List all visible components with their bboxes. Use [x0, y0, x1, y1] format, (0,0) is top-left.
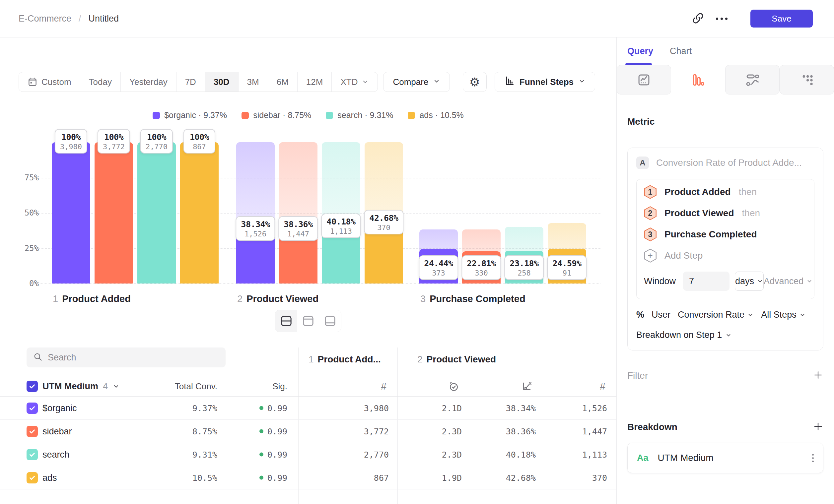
y-axis-label: 25%: [0, 244, 39, 253]
chart-type-button[interactable]: Funnel Steps: [495, 72, 595, 92]
add-filter-button[interactable]: [813, 370, 824, 381]
bar-value-label: 24.59%91: [547, 255, 587, 280]
bar-value-label: 22.81%330: [461, 255, 501, 280]
y-axis-label: 50%: [0, 208, 39, 217]
table-step2-column-header[interactable]: 2 Product Viewed: [417, 349, 496, 369]
layout-bottom-panel-icon[interactable]: [319, 310, 341, 332]
sig-value: 0.99: [267, 473, 287, 482]
funnel-bar[interactable]: [137, 142, 176, 283]
chevron-down-icon: [799, 312, 806, 318]
add-step-label: Add Step: [664, 250, 703, 261]
report-type-funnels-active[interactable]: [671, 65, 725, 94]
report-type-insights[interactable]: [617, 65, 671, 94]
ellipsis-icon: [716, 18, 727, 20]
funnel-bar[interactable]: [180, 142, 219, 283]
table-row[interactable]: ads10.5%0.998671.9D42.68%370: [0, 466, 616, 489]
step-number-hexagon: 2: [644, 206, 657, 220]
time-to-convert-column-icon[interactable]: [393, 381, 459, 392]
chevron-down-icon: [757, 278, 763, 284]
funnel-step-label: 3Purchase Completed: [420, 294, 525, 304]
select-all-checkbox[interactable]: [26, 381, 38, 392]
conversion-window-row: Window days Advanced: [644, 270, 807, 293]
breakdown-on-step-dropdown[interactable]: Breakdown on Step 1: [636, 330, 814, 340]
layout-top-panel-icon[interactable]: [297, 310, 319, 332]
funnel-bar[interactable]: [94, 142, 133, 283]
step-number-hexagon: 3: [644, 227, 657, 242]
row-checkbox[interactable]: [26, 449, 38, 460]
funnel-bar[interactable]: [52, 142, 90, 283]
legend-item[interactable]: ads · 10.5%: [408, 110, 463, 120]
report-title[interactable]: Untitled: [89, 14, 119, 24]
range-3m[interactable]: 3M: [239, 72, 268, 92]
range-12m[interactable]: 12M: [298, 72, 332, 92]
range-yesterday[interactable]: Yesterday: [121, 72, 176, 92]
advanced-label: Advanced: [764, 276, 804, 287]
window-value-input[interactable]: [683, 272, 729, 291]
bar-conversion-pct: 24.44%: [424, 259, 453, 268]
bar-count: 3,980: [60, 143, 82, 151]
report-type-flows[interactable]: [725, 65, 780, 94]
bar-conversion-pct: 38.36%: [284, 220, 312, 229]
legend-swatch: [242, 112, 249, 119]
legend-item[interactable]: $organic · 9.37%: [153, 110, 227, 120]
range-6m[interactable]: 6M: [268, 72, 298, 92]
tab-query[interactable]: Query: [627, 46, 653, 56]
table-step1-column-header[interactable]: 1 Product Add...: [309, 349, 381, 369]
plus-icon: [813, 421, 824, 432]
table-row[interactable]: search9.31%0.992,7702.3D40.18%1,113: [0, 443, 616, 466]
row-checkbox[interactable]: [26, 403, 38, 414]
total-conv-column-header[interactable]: Total Conv.: [151, 381, 217, 392]
query-step-row[interactable]: 3Purchase Completed: [644, 224, 807, 245]
row-checkbox[interactable]: [26, 472, 38, 483]
tab-chart[interactable]: Chart: [670, 46, 692, 56]
breakdown-property-card[interactable]: Aa UTM Medium: [627, 443, 824, 473]
count-column-icon[interactable]: #: [320, 381, 387, 392]
row-step1-count: 867: [323, 473, 389, 482]
chevron-down-icon: [578, 77, 586, 87]
count-column-icon[interactable]: #: [539, 381, 606, 392]
compare-button[interactable]: Compare: [383, 72, 450, 92]
metric-type-dropdown[interactable]: Conversion Rate: [678, 310, 754, 320]
range-7d[interactable]: 7D: [176, 72, 205, 92]
legend-item[interactable]: sidebar · 8.75%: [242, 110, 311, 120]
report-canvas: CustomTodayYesterday7D30D3M6M12MXTD Comp…: [0, 38, 616, 504]
row-checkbox[interactable]: [26, 426, 38, 437]
legend-item[interactable]: search · 9.31%: [326, 110, 393, 120]
range-custom[interactable]: Custom: [19, 72, 80, 92]
metric-title-row[interactable]: A Conversion Rate of Product Adde...: [636, 157, 814, 169]
layout-split-horizontal-icon[interactable]: [275, 310, 297, 332]
save-button[interactable]: Save: [750, 9, 813, 27]
copy-link-button[interactable]: [692, 12, 705, 26]
bar-value-label: 100%867: [183, 129, 215, 154]
step-then-label: then: [742, 208, 760, 219]
window-label: Window: [644, 276, 676, 287]
table-row[interactable]: sidebar8.75%0.993,7722.3D38.36%1,447: [0, 420, 616, 443]
add-step-button[interactable]: + Add Step: [644, 245, 807, 266]
report-type-retention[interactable]: [780, 65, 834, 94]
breakdown-column-header[interactable]: UTM Medium 4: [42, 381, 120, 392]
table-row[interactable]: $organic9.37%0.993,9802.1D38.34%1,526: [0, 396, 616, 420]
entity-label[interactable]: User: [652, 310, 671, 320]
row-step1-count: 3,980: [323, 403, 389, 413]
conversion-rate-column-icon[interactable]: [466, 381, 532, 392]
query-step-row[interactable]: 2Product Viewedthen: [644, 203, 807, 224]
advanced-toggle[interactable]: Advanced: [764, 276, 813, 287]
significance-dot: [259, 406, 263, 410]
breadcrumb-project[interactable]: E-Commerce: [19, 14, 71, 24]
range-xtd-dropdown[interactable]: XTD: [332, 72, 377, 92]
bar-conversion-pct: 40.18%: [326, 217, 355, 227]
more-menu-button[interactable]: [716, 18, 727, 20]
metric-section-heading: Metric: [627, 116, 824, 127]
kebab-menu-icon[interactable]: [812, 454, 814, 462]
sig-column-header[interactable]: Sig.: [212, 381, 287, 392]
bar-conversion-pct: 100%: [189, 132, 210, 142]
chevron-down-icon: [747, 312, 754, 318]
range-today[interactable]: Today: [80, 72, 121, 92]
search-input[interactable]: [48, 352, 219, 363]
window-unit-select[interactable]: days: [735, 272, 764, 291]
steps-scope-dropdown[interactable]: All Steps: [761, 310, 806, 320]
range-30d[interactable]: 30D: [205, 72, 239, 92]
query-step-row[interactable]: 1Product Addedthen: [644, 181, 807, 203]
chart-settings-button[interactable]: ⚙: [463, 72, 487, 92]
add-breakdown-button[interactable]: [813, 421, 824, 433]
